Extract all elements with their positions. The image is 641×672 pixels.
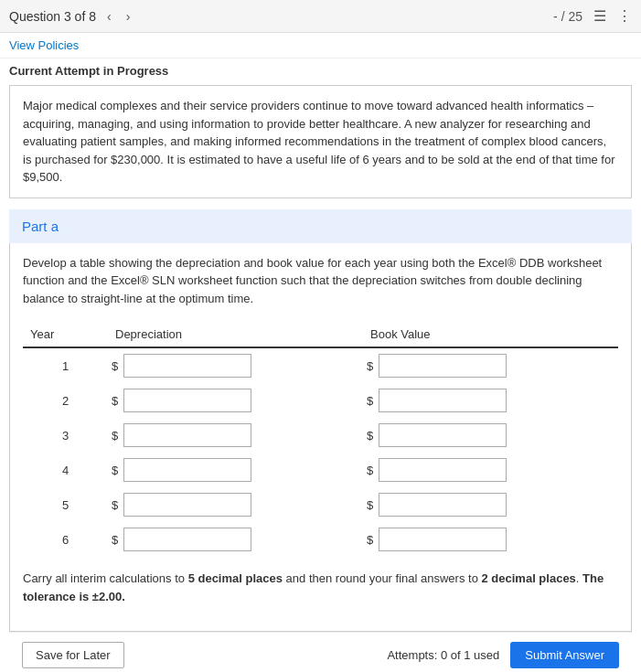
dollar-sign-dep-4: $ [112,464,120,477]
book-value-cell-1: $ [363,347,618,383]
passage-box: Major medical complexes and their servic… [9,85,632,198]
dollar-sign-dep-6: $ [112,533,120,547]
depreciation-input-4[interactable] [123,458,251,482]
year-cell-1: 1 [23,347,108,383]
header-left: Question 3 of 8 ‹ › [9,7,134,26]
book-value-input-6[interactable] [379,528,507,551]
depreciation-cell-1: $ [108,347,363,383]
dollar-sign-bv-4: $ [367,464,375,477]
dollar-sign-dep-5: $ [112,498,120,512]
year-cell-5: 5 [23,487,108,522]
book-value-input-1[interactable] [379,354,507,378]
year-cell-2: 2 [23,383,108,418]
view-policies-bar: View Policies [0,33,641,59]
col-header-book-value: Book Value [363,322,618,347]
book-value-cell-6: $ [363,522,618,557]
dollar-sign-bv-2: $ [367,394,375,408]
col-header-depreciation: Depreciation [108,322,363,347]
current-attempt-label: Current Attempt in Progress [9,64,168,78]
header-right: - / 25 ☰ ⋮ [553,7,632,25]
dollar-sign-bv-5: $ [367,498,375,512]
more-options-icon[interactable]: ⋮ [617,7,632,25]
book-value-input-5[interactable] [379,493,507,517]
dollar-sign-bv-6: $ [367,533,375,547]
part-a-content: Develop a table showing the depreciation… [9,243,632,633]
part-a-header: Part a [9,209,632,243]
dollar-sign-bv-3: $ [367,429,375,443]
book-value-cell-4: $ [363,453,618,487]
table-row: 5$$ [23,487,618,522]
part-a-description: Develop a table showing the depreciation… [23,254,618,308]
table-row: 1$$ [23,347,618,383]
table-row: 3$$ [23,418,618,453]
question-title: Question 3 of 8 [9,9,96,24]
current-attempt-banner: Current Attempt in Progress [0,59,641,85]
depreciation-cell-5: $ [108,487,363,522]
book-value-input-4[interactable] [379,458,507,482]
depreciation-input-2[interactable] [123,389,251,412]
year-cell-6: 6 [23,522,108,557]
book-value-cell-5: $ [363,487,618,522]
next-arrow[interactable]: › [123,7,134,26]
dollar-sign-dep-3: $ [112,429,120,443]
book-value-cell-2: $ [363,383,618,418]
depreciation-cell-3: $ [108,418,363,453]
depreciation-table: Year Depreciation Book Value 1$$2$$3$$4$… [23,322,618,557]
table-row: 6$$ [23,522,618,557]
dollar-sign-dep-2: $ [112,394,120,408]
footer-right: Attempts: 0 of 1 used Submit Answer [387,642,619,668]
part-a-label: Part a [22,219,59,234]
depreciation-input-1[interactable] [123,354,251,378]
book-value-input-2[interactable] [379,389,507,412]
depreciation-cell-6: $ [108,522,363,557]
list-icon[interactable]: ☰ [593,7,606,25]
save-later-button[interactable]: Save for Later [22,642,124,668]
year-cell-4: 4 [23,453,108,487]
passage-text: Major medical complexes and their servic… [23,99,615,184]
depreciation-cell-2: $ [108,383,363,418]
part-a-section: Part a Develop a table showing the depre… [0,209,641,633]
table-row: 4$$ [23,453,618,487]
book-value-input-3[interactable] [379,423,507,447]
table-row: 2$$ [23,383,618,418]
book-value-cell-3: $ [363,418,618,453]
dollar-sign-bv-1: $ [367,359,375,373]
submit-answer-button[interactable]: Submit Answer [510,642,619,668]
prev-arrow[interactable]: ‹ [103,7,115,26]
note-text: Carry all interim calculations to 5 deci… [23,570,618,605]
footer: Save for Later Attempts: 0 of 1 used Sub… [9,632,632,672]
depreciation-input-5[interactable] [123,493,251,517]
dollar-sign-dep-1: $ [112,359,120,373]
view-policies-link[interactable]: View Policies [9,38,79,52]
score-display: - / 25 [553,9,582,24]
depreciation-cell-4: $ [108,453,363,487]
depreciation-input-3[interactable] [123,423,251,447]
depreciation-input-6[interactable] [123,528,251,551]
year-cell-3: 3 [23,418,108,453]
col-header-year: Year [23,322,108,347]
attempts-text: Attempts: 0 of 1 used [387,648,499,662]
header: Question 3 of 8 ‹ › - / 25 ☰ ⋮ [0,0,641,33]
